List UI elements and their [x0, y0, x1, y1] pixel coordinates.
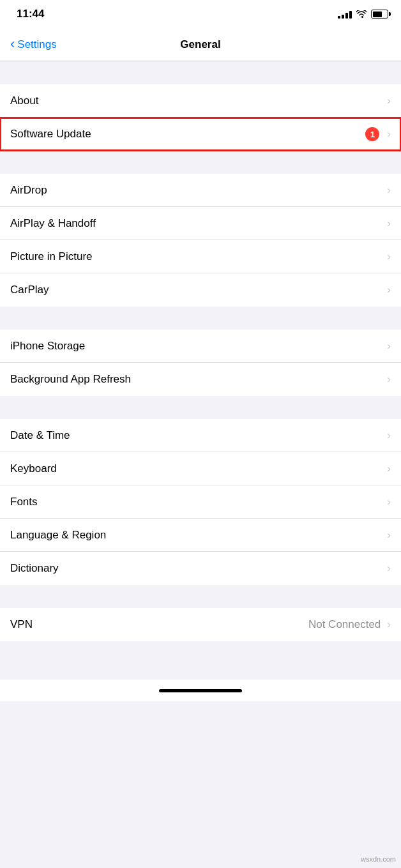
section-group-5: VPN Not Connected › — [0, 608, 401, 641]
section-spacer-4 — [0, 396, 401, 419]
page-title: General — [180, 38, 220, 51]
chevron-icon-airplay-handoff: › — [387, 217, 391, 230]
chevron-icon-background-app-refresh: › — [387, 373, 391, 386]
chevron-icon-keyboard: › — [387, 462, 391, 475]
section-spacer-5 — [0, 585, 401, 608]
row-label-language-region: Language & Region — [10, 529, 384, 542]
row-label-about: About — [10, 95, 384, 107]
row-dictionary[interactable]: Dictionary › — [0, 552, 401, 585]
row-vpn[interactable]: VPN Not Connected › — [0, 608, 401, 641]
chevron-icon-about: › — [387, 95, 391, 107]
battery-icon — [371, 10, 388, 19]
row-picture-in-picture[interactable]: Picture in Picture › — [0, 240, 401, 273]
row-label-carplay: CarPlay — [10, 284, 384, 296]
row-label-iphone-storage: iPhone Storage — [10, 340, 384, 353]
bottom-spacer — [0, 641, 401, 680]
section-spacer-2 — [0, 151, 401, 174]
row-label-airplay-handoff: AirPlay & Handoff — [10, 217, 384, 230]
status-time: 11:44 — [17, 8, 44, 20]
home-indicator — [0, 680, 401, 701]
row-airdrop[interactable]: AirDrop › — [0, 174, 401, 207]
chevron-icon-iphone-storage: › — [387, 340, 391, 353]
row-about[interactable]: About › — [0, 84, 401, 118]
chevron-icon-software-update: › — [387, 128, 391, 141]
section-spacer-3 — [0, 307, 401, 330]
row-label-background-app-refresh: Background App Refresh — [10, 373, 384, 386]
status-icons — [338, 10, 388, 19]
chevron-icon-carplay: › — [387, 284, 391, 296]
row-value-vpn: Not Connected — [308, 618, 381, 631]
chevron-icon-dictionary: › — [387, 562, 391, 575]
row-label-fonts: Fonts — [10, 496, 384, 508]
section-group-3: iPhone Storage › Background App Refresh … — [0, 330, 401, 396]
battery-fill — [373, 11, 382, 17]
wifi-icon — [356, 10, 367, 19]
watermark: wsxdn.com — [361, 855, 396, 863]
signal-icon — [338, 10, 352, 19]
back-arrow-icon: ‹ — [10, 37, 15, 51]
back-label: Settings — [17, 38, 56, 51]
nav-bar: ‹ Settings General — [0, 28, 401, 61]
chevron-icon-airdrop: › — [387, 184, 391, 197]
chevron-icon-picture-in-picture: › — [387, 250, 391, 263]
row-label-dictionary: Dictionary — [10, 562, 384, 575]
chevron-icon-date-time: › — [387, 429, 391, 442]
row-label-vpn: VPN — [10, 618, 308, 631]
section-group-2: AirDrop › AirPlay & Handoff › Picture in… — [0, 174, 401, 307]
row-language-region[interactable]: Language & Region › — [0, 519, 401, 552]
row-iphone-storage[interactable]: iPhone Storage › — [0, 330, 401, 363]
row-carplay[interactable]: CarPlay › — [0, 273, 401, 307]
chevron-icon-language-region: › — [387, 529, 391, 542]
badge-software-update: 1 — [365, 127, 379, 141]
back-button[interactable]: ‹ Settings — [10, 38, 57, 51]
section-group-1: About › Software Update 1 › — [0, 84, 401, 151]
section-group-4: Date & Time › Keyboard › Fonts › Languag… — [0, 419, 401, 585]
row-label-date-time: Date & Time — [10, 429, 384, 442]
row-label-software-update: Software Update — [10, 128, 365, 141]
row-airplay-handoff[interactable]: AirPlay & Handoff › — [0, 207, 401, 240]
row-background-app-refresh[interactable]: Background App Refresh › — [0, 363, 401, 396]
row-date-time[interactable]: Date & Time › — [0, 419, 401, 452]
row-fonts[interactable]: Fonts › — [0, 485, 401, 519]
section-spacer-1 — [0, 61, 401, 84]
row-keyboard[interactable]: Keyboard › — [0, 452, 401, 485]
chevron-icon-vpn: › — [387, 618, 391, 631]
status-bar: 11:44 — [0, 0, 401, 28]
row-label-airdrop: AirDrop — [10, 184, 384, 197]
chevron-icon-fonts: › — [387, 496, 391, 508]
row-software-update[interactable]: Software Update 1 › — [0, 118, 401, 151]
row-label-picture-in-picture: Picture in Picture — [10, 250, 384, 263]
row-label-keyboard: Keyboard — [10, 462, 384, 475]
home-bar — [159, 689, 242, 692]
